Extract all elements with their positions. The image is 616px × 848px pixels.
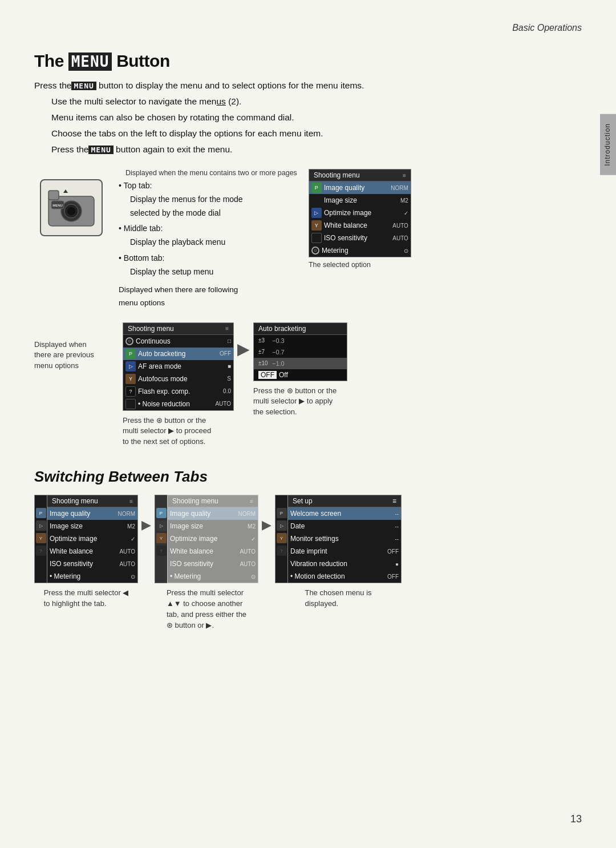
menu-header-icon: ≡ <box>403 172 406 179</box>
ab-row-2: ±7 −0.7 <box>254 346 347 358</box>
smtab1-row3: Optimize image ✓ <box>47 532 137 545</box>
tabs-sidebar-2: P ▷ Y ? <box>155 495 167 583</box>
setup-row-dateimprint: Date imprint OFF <box>288 545 401 558</box>
menu-word-title: MENU <box>68 53 112 71</box>
tabs-sidebar-1: P ▷ Y ? <box>34 495 47 583</box>
menu-row-wb: Y White balance AUTO <box>309 219 411 232</box>
menu-row-noise: • Noise reduction AUTO <box>123 398 233 410</box>
arrow-tab1-to-tab2: ▶ <box>141 518 151 532</box>
ab-row-1: ±3 −0.3 <box>254 335 347 346</box>
cursor-icon: ⊙ <box>311 247 319 255</box>
menu-with-tabs-2: P ▷ Y ? Shooting menu ≡ Image quality NO… <box>155 495 258 583</box>
side-tab: Introduction <box>600 114 616 175</box>
menu-row-afarea: ▷ AF area mode ■ <box>123 360 233 373</box>
menu-row-continuous: ⊙ Continuous □ <box>123 335 233 348</box>
tab-play-1: ▷ <box>36 520 46 531</box>
tab-p2: P <box>125 349 136 359</box>
svg-point-4 <box>67 207 75 215</box>
smtab2-row6: • Metering ⊙ <box>168 570 258 583</box>
menu-row-autobrack: P Auto bracketing OFF <box>123 348 233 360</box>
menu-row-optimize: ▷ Optimize image ✓ <box>309 207 411 219</box>
tab-play-3: ▷ <box>277 520 287 531</box>
arrow-to-autobrack: ▶ <box>234 340 253 358</box>
menu-row-flash: ? Flash exp. comp. 0.0 <box>123 385 233 398</box>
setup-row-welcome: Welcome screen -- <box>288 507 401 520</box>
tab-play2: ▷ <box>125 361 136 371</box>
menu-word-p1: MENU <box>71 82 96 90</box>
smtab1-row4: White balance AUTO <box>47 545 137 558</box>
spacer-icon2 <box>311 233 322 243</box>
tab-active-1: P <box>36 508 46 518</box>
smtab2-row1: Image quality NORM <box>168 507 258 520</box>
shoot-menu-tab1-header: Shooting menu ≡ <box>47 495 137 507</box>
tab-y-1: Y <box>36 533 46 543</box>
setup-row-monitor: Monitor settings -- <box>288 532 401 545</box>
spacer-icon1 <box>311 195 322 205</box>
para-5: Press theMENU button again to exit the m… <box>51 143 570 156</box>
tab-icon-play: ▷ <box>311 208 322 218</box>
page-header: Basic Operations <box>512 23 582 33</box>
arrow-tab2-to-tab3: ▶ <box>262 518 271 532</box>
tabs-col-2: P ▷ Y ? Shooting menu ≡ Image quality NO… <box>155 495 258 631</box>
menu-header-2: Shooting menu ≡ <box>123 323 233 335</box>
ab-row-3: ±10 −1.0 <box>254 358 347 369</box>
smtab1-row6: • Metering ⊙ <box>47 570 137 583</box>
menu-row-metering: ⊙ Metering ⊙ <box>309 244 411 257</box>
svg-text:MENU: MENU <box>52 204 63 207</box>
displayed-when-label: Displayed whenthere are previousmenu opt… <box>34 322 123 372</box>
shooting-menu-main: Shooting menu ≡ P Image quality NORM Ima… <box>309 169 411 257</box>
menu-header-main: Shooting menu ≡ <box>309 169 411 181</box>
setup-row-date: Date -- <box>288 520 401 532</box>
setup-menu-header: Set up ≡ <box>288 495 401 507</box>
smtab2-row3: Optimize image ✓ <box>168 532 258 545</box>
tab-icon-wb: Y <box>311 220 322 231</box>
menu-with-tabs-1: P ▷ Y ? Shooting menu ≡ Image quality NO… <box>34 495 138 583</box>
bullet-top-tab: Top tab: <box>124 181 152 190</box>
menu-row-iso: ISO sensitivity AUTO <box>309 232 411 244</box>
selected-option-label: The selected option <box>309 261 371 269</box>
caption-press-ok-1: Press the ⊛ button or themulti selector … <box>123 415 211 448</box>
setup-menu: Set up ≡ Welcome screen -- Date -- Mon <box>287 495 402 583</box>
shoot-menu-tab2: Shooting menu ≡ Image quality NORM Image… <box>167 495 258 583</box>
tab-q2: ? <box>125 386 136 397</box>
menu-word-p5: MENU <box>88 146 113 154</box>
tab-p-3: P <box>277 508 287 518</box>
tabs-caption-2: Press the multi selector▲▼ to choose ano… <box>167 588 246 631</box>
menu-row-imgq: P Image quality NORM <box>309 181 411 194</box>
para-3: Menu items can also be chosen by rotatin… <box>51 111 570 124</box>
tabs-caption-1: Press the multi selector ◀to highlight t… <box>44 588 129 609</box>
tabs-sidebar-3: P ▷ Y ? <box>275 495 287 583</box>
tab-y-2: Y <box>156 533 167 543</box>
display-when-label: Displayed when there are followingmenu o… <box>119 284 243 310</box>
para-4: Choose the tabs on the left to display t… <box>51 127 570 140</box>
main-content: The MENU Button Press theMENU button to … <box>34 51 587 631</box>
tab-y-3: Y <box>277 533 287 543</box>
shoot-menu-tab2-header: Shooting menu ≡ <box>168 495 258 507</box>
section1-title: The MENU Button <box>34 51 570 71</box>
tab-q-3: ? <box>277 546 287 556</box>
tabs-caption-3: The chosen menu isdisplayed. <box>305 588 371 609</box>
page-number: 13 <box>570 813 582 825</box>
tabs-col-3: P ▷ Y ? Set up ≡ Welcome screen -- <box>275 495 402 609</box>
header-title: Basic Operations <box>512 23 582 33</box>
bullet-bottom-tab-desc: Display the setup menu <box>130 265 243 279</box>
menu-row-imgsize: Image size M2 <box>309 194 411 207</box>
bullet-top-tab-desc: Display the menus for the modeselected b… <box>130 193 243 220</box>
smtab1-row5: ISO sensitivity AUTO <box>47 558 137 570</box>
bullet-middle-tab: Middle tab: <box>124 224 163 233</box>
smtab2-row2: Image size M2 <box>168 520 258 532</box>
shoot-menu-tab1: Shooting menu ≡ Image quality NORM Image… <box>47 495 138 583</box>
caption-press-ok-2: Press the ⊛ button or themulti selector … <box>253 386 337 418</box>
tab-q-1: ? <box>36 546 46 556</box>
menu-row-afmode: Y Autofocus mode S <box>123 373 233 385</box>
shooting-menu-2: Shooting menu ≡ ⊙ Continuous □ P Auto br… <box>123 322 234 411</box>
tab-q-2: ? <box>156 546 167 556</box>
tab-icon-p: P <box>311 183 322 193</box>
setup-row-vibration: Vibration reduction ● <box>288 558 401 570</box>
shooting-menu-title: Shooting menu <box>314 171 360 179</box>
tabs-diagram: P ▷ Y ? Shooting menu ≡ Image quality NO… <box>34 495 570 631</box>
spacer3 <box>125 399 136 409</box>
menu-with-tabs-3: P ▷ Y ? Set up ≡ Welcome screen -- <box>275 495 402 583</box>
tabs-col-1: P ▷ Y ? Shooting menu ≡ Image quality NO… <box>34 495 138 609</box>
section2-title: Switching Between Tabs <box>34 468 570 486</box>
